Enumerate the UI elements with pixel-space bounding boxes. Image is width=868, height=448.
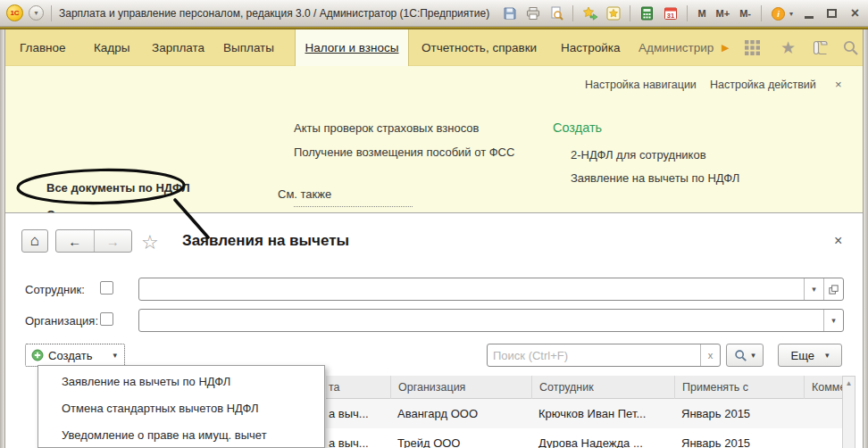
active-tab-label: Налоги и взносы [305, 41, 399, 54]
magnifier-icon [734, 349, 747, 362]
create-button[interactable]: Создать ▾ [25, 344, 125, 367]
minimize-button[interactable] [801, 6, 816, 21]
employee-choose-button[interactable] [823, 278, 843, 300]
titlebar-divider [687, 5, 688, 21]
column-header-comment[interactable]: Комме [804, 376, 842, 399]
table-scrollbar[interactable]: ▲ [842, 376, 855, 448]
deductions-table: та Организация Сотрудник Применять с Ком… [326, 376, 842, 448]
logo-text: 1С [10, 9, 19, 17]
organization-input[interactable] [139, 310, 823, 331]
print-preview-icon[interactable] [548, 6, 563, 21]
tab-kadry[interactable]: Кадры [94, 29, 129, 66]
close-button[interactable]: × [847, 6, 863, 21]
more-button[interactable]: Еще ▾ [778, 344, 842, 367]
tab-otchetnost[interactable]: Отчетность, справки [421, 29, 537, 66]
create-button-label: Создать [48, 349, 92, 362]
section-tab-bar: Главное Кадры Зарплата Выплаты Налоги и … [5, 29, 863, 66]
scroll-up-icon[interactable]: ▲ [846, 379, 853, 448]
maximize-button[interactable] [824, 6, 839, 21]
svg-text:i: i [777, 9, 780, 19]
organization-filter-checkbox[interactable] [100, 312, 113, 326]
memory-m-button[interactable]: M [697, 8, 706, 19]
calendar-icon[interactable]: 31 [663, 6, 678, 21]
info-dropdown-arrow-icon[interactable]: ▾ [789, 10, 793, 18]
employee-dropdown-button[interactable]: ▾ [804, 278, 823, 300]
menu-item-deduction-application[interactable]: Заявление на вычеты по НДФЛ [38, 369, 324, 395]
search-icon[interactable] [841, 38, 860, 57]
tab-nalogi-i-vznosy-active[interactable]: Налоги и взносы [295, 29, 409, 66]
employee-field: ▾ [138, 278, 844, 301]
cell-document: а выч... [326, 428, 390, 448]
link-ndfl2-for-employees[interactable]: 2-НДФЛ для сотрудников [571, 148, 706, 162]
home-button[interactable]: ⌂ [21, 229, 48, 253]
history-icon[interactable] [811, 38, 830, 57]
chevron-down-icon: ▾ [113, 351, 117, 360]
employee-input[interactable] [139, 278, 804, 300]
tab-glavnoe[interactable]: Главное [20, 29, 66, 66]
print-icon[interactable] [525, 6, 540, 21]
form-title: Заявления на вычеты [182, 232, 349, 250]
chevron-down-icon: ▾ [831, 316, 836, 325]
titlebar-toolbar: 31 M M+ M- i ▾ × [502, 0, 863, 27]
link-create-deduction-application[interactable]: Заявление на вычеты по НДФЛ [571, 171, 739, 185]
column-header-organization[interactable]: Организация [390, 376, 531, 399]
add-favorite-icon[interactable] [582, 6, 597, 21]
column-header-employee[interactable]: Сотрудник [531, 376, 674, 399]
minimize-icon [805, 16, 814, 19]
see-also-header: См. также [278, 187, 331, 201]
titlebar-divider [572, 5, 573, 21]
organization-label: Организация: [25, 314, 98, 328]
tab-administrirovanie[interactable]: Администрир [638, 29, 714, 66]
chevron-down-icon: ▾ [825, 351, 830, 360]
all-functions-grid-icon[interactable] [743, 38, 762, 57]
cell-organization: Авангард ООО [390, 399, 531, 428]
more-button-label: Еще [791, 349, 814, 362]
info-button[interactable]: i [771, 6, 786, 21]
calculator-icon[interactable] [639, 6, 655, 21]
save-icon[interactable] [502, 6, 517, 21]
table-row[interactable]: а выч... Авангард ООО Крючков Иван Пет..… [326, 399, 842, 428]
tab-nastroyka[interactable]: Настройка [561, 29, 620, 66]
form-close-button[interactable]: × [834, 233, 842, 249]
menu-item-cancel-standard-deductions[interactable]: Отмена стандартных вычетов НДФЛ [38, 395, 324, 422]
menu-item-property-deduction-notice[interactable]: Уведомление о праве на имущ. вычет [38, 422, 324, 448]
favorites-star-icon[interactable]: ★ [779, 38, 797, 57]
titlebar-divider [761, 5, 762, 21]
link-all-ndfl-documents[interactable]: Все документы по НДФЛ [46, 181, 190, 195]
search-button[interactable]: ▾ [726, 344, 764, 367]
table-row[interactable]: а выч... Трейд ООО Дурова Надежда ... Ян… [326, 428, 842, 448]
tab-zarplata[interactable]: Зарплата [152, 29, 204, 66]
system-menu-button[interactable]: ▾ [29, 5, 44, 21]
create-menu-popup: Заявление на вычеты по НДФЛ Отмена станд… [38, 365, 325, 448]
titlebar-divider [51, 5, 52, 21]
tabs-overflow-arrow-icon[interactable]: ▶ [722, 29, 729, 66]
window-title: Зарплата и управление персоналом, редакц… [59, 7, 489, 20]
favorites-icon[interactable] [605, 6, 621, 21]
search-field: x [487, 344, 721, 367]
column-header-date[interactable]: та [326, 376, 390, 399]
employee-filter-checkbox[interactable] [100, 281, 113, 295]
cell-employee: Дурова Надежда ... [531, 428, 674, 448]
organization-dropdown-button[interactable]: ▾ [823, 310, 843, 331]
forward-button[interactable]: → [95, 230, 132, 252]
search-clear-button[interactable]: x [700, 344, 720, 366]
svg-text:31: 31 [667, 12, 674, 20]
chevron-down-icon: ▾ [812, 285, 816, 294]
link-insurance-audit-acts[interactable]: Акты проверок страховых взносов [294, 121, 479, 135]
memory-m-plus-button[interactable]: M+ [715, 8, 731, 19]
chevron-down-icon: ▾ [751, 351, 755, 360]
back-button[interactable]: ← [56, 230, 95, 252]
column-header-apply-from[interactable]: Применять с [674, 376, 804, 399]
panel-close-button[interactable]: × [835, 78, 842, 91]
nav-settings-link[interactable]: Настройка навигации [585, 79, 697, 91]
choose-from-list-icon [828, 284, 839, 295]
history-nav-group: ← → [55, 229, 132, 253]
add-to-favorites-star-icon[interactable]: ☆ [141, 231, 159, 254]
actions-settings-link[interactable]: Настройка действий [710, 79, 816, 91]
maximize-icon [827, 9, 837, 18]
link-fss-reimbursement[interactable]: Получение возмещения пособий от ФСС [294, 145, 514, 159]
memory-m-minus-button[interactable]: M- [739, 8, 752, 19]
tab-vyplaty[interactable]: Выплаты [223, 29, 274, 66]
cell-document: а выч... [326, 399, 390, 428]
search-input[interactable] [488, 344, 700, 366]
